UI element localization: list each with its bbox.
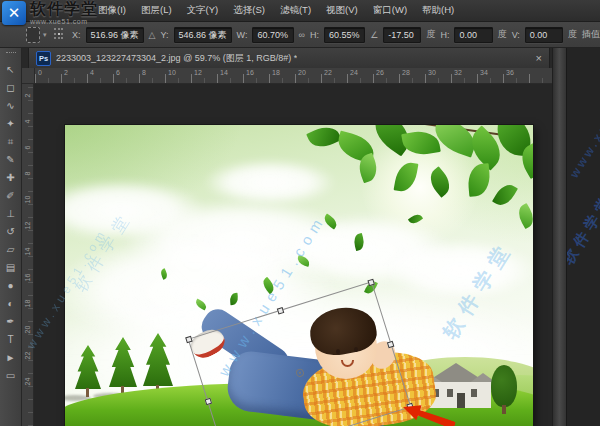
ruler-number: 26 bbox=[373, 68, 399, 76]
leaf bbox=[514, 203, 533, 229]
horizontal-ruler: 024681012141618202224262830323436 bbox=[22, 68, 552, 84]
leaf bbox=[492, 181, 518, 210]
tool-history-brush[interactable]: ↺ bbox=[2, 224, 20, 239]
ruler-number: 22 bbox=[22, 352, 33, 378]
ruler-number: 36 bbox=[503, 68, 529, 76]
tool-path-selection[interactable]: ► bbox=[2, 350, 20, 365]
tool-dodge[interactable]: ◐ bbox=[2, 296, 20, 311]
ruler-number: 8 bbox=[22, 170, 33, 196]
vskew-input[interactable]: 0.00 bbox=[525, 27, 563, 43]
ruler-corner[interactable] bbox=[22, 68, 35, 83]
hskew-input[interactable]: 0.00 bbox=[454, 27, 492, 43]
ruler-number: 12 bbox=[22, 222, 33, 248]
tool-shape[interactable]: ▭ bbox=[2, 368, 20, 383]
height-input[interactable]: 60.55% bbox=[324, 27, 365, 43]
panel-grip[interactable] bbox=[6, 52, 16, 56]
vskew-unit: 度 bbox=[568, 28, 577, 41]
tool-gradient[interactable]: ▤ bbox=[2, 260, 20, 275]
menu-help[interactable]: 帮助(H) bbox=[422, 4, 454, 17]
interpolation-label: 插值 bbox=[582, 28, 600, 41]
ruler-number: 24 bbox=[347, 68, 373, 76]
ruler-number: 16 bbox=[243, 68, 269, 76]
tool-marquee[interactable]: ◻ bbox=[2, 80, 20, 95]
vertical-ruler: 24681012141618202224 bbox=[22, 84, 34, 426]
height-label: H: bbox=[310, 30, 319, 40]
house-door bbox=[457, 393, 465, 408]
document-tab-bar: Ps 2233003_123227473304_2.jpg @ 59.7% (图… bbox=[22, 48, 600, 69]
house-tree bbox=[491, 365, 517, 407]
ruler-number: 20 bbox=[295, 68, 321, 76]
vskew-label: V: bbox=[512, 30, 520, 40]
ruler-number: 12 bbox=[191, 68, 217, 76]
tool-eyedropper[interactable]: ✎ bbox=[2, 152, 20, 167]
relative-position-icon[interactable]: △ bbox=[149, 30, 156, 40]
vertical-scrollbar[interactable] bbox=[552, 48, 567, 426]
menu-type[interactable]: 文字(Y) bbox=[187, 4, 219, 17]
y-label: Y: bbox=[161, 30, 169, 40]
tool-lasso[interactable]: ∿ bbox=[2, 98, 20, 113]
ps-file-icon: Ps bbox=[36, 51, 51, 66]
menu-layer[interactable]: 图层(L) bbox=[141, 4, 172, 17]
tool-crop[interactable]: ⌗ bbox=[2, 134, 20, 149]
tool-blur[interactable]: ● bbox=[2, 278, 20, 293]
y-input[interactable]: 546.86 像素 bbox=[174, 27, 232, 43]
tool-eraser[interactable]: ▱ bbox=[2, 242, 20, 257]
hskew-label: H: bbox=[440, 30, 449, 40]
close-icon[interactable]: × bbox=[530, 53, 542, 64]
ruler-number: 10 bbox=[165, 68, 191, 76]
tool-clone-stamp[interactable]: ⊥ bbox=[2, 206, 20, 221]
menu-view[interactable]: 视图(V) bbox=[326, 4, 358, 17]
menu-image[interactable]: 图像(I) bbox=[98, 4, 126, 17]
tree bbox=[75, 345, 101, 401]
leaf bbox=[306, 125, 342, 152]
width-input[interactable]: 60.70% bbox=[252, 27, 293, 43]
tool-move[interactable]: ↖ bbox=[2, 62, 20, 77]
photoshop-window: 图像(I)图层(L)文字(Y)选择(S)滤镜(T)视图(V)窗口(W)帮助(H)… bbox=[0, 0, 600, 426]
hskew-unit: 度 bbox=[498, 28, 507, 41]
site-url: www.xue51.com bbox=[30, 18, 98, 25]
tool-quick-selection[interactable]: ✦ bbox=[2, 116, 20, 131]
site-logo-icon: ✕ bbox=[2, 1, 26, 25]
menu-filter[interactable]: 滤镜(T) bbox=[280, 4, 311, 17]
ruler-number: 10 bbox=[22, 196, 33, 222]
menu-select[interactable]: 选择(S) bbox=[233, 4, 265, 17]
site-name: 软件学堂 bbox=[30, 1, 98, 17]
document-image[interactable]: www.xue51.com 软件学堂 软件学堂 bbox=[65, 125, 533, 426]
rotation-input[interactable]: -17.50 bbox=[383, 27, 421, 43]
ruler-number: 28 bbox=[399, 68, 425, 76]
tool-type[interactable]: T bbox=[2, 332, 20, 347]
transform-handle-n[interactable] bbox=[276, 307, 284, 315]
x-input[interactable]: 516.96 像素 bbox=[86, 27, 144, 43]
ruler-number: 30 bbox=[425, 68, 451, 76]
rotate-angle-icon: ∠ bbox=[370, 30, 378, 40]
reference-point-locator[interactable] bbox=[54, 28, 64, 41]
tree bbox=[109, 337, 137, 399]
document-title: 2233003_123227473304_2.jpg @ 59.7% (图层 1… bbox=[56, 52, 297, 65]
link-dimensions-icon[interactable]: ∞ bbox=[299, 30, 305, 40]
ruler-number: 4 bbox=[87, 68, 113, 76]
document-tab[interactable]: Ps 2233003_123227473304_2.jpg @ 59.7% (图… bbox=[28, 48, 550, 68]
ruler-number: 2 bbox=[22, 92, 33, 118]
chevron-down-icon[interactable]: ▾ bbox=[43, 31, 47, 39]
right-panel-edge: 软件学堂 www.xue51.com bbox=[566, 48, 600, 426]
ruler-number: 32 bbox=[451, 68, 477, 76]
transform-handle-nw[interactable] bbox=[185, 336, 193, 344]
ruler-number: 14 bbox=[22, 248, 33, 274]
site-logo: ✕ 软件学堂 www.xue51.com bbox=[2, 1, 98, 25]
options-bar: ▾ X: 516.96 像素 △ Y: 546.86 像素 W: 60.70% … bbox=[0, 22, 600, 48]
x-label: X: bbox=[72, 30, 81, 40]
ruler-number: 14 bbox=[217, 68, 243, 76]
tool-spot-healing-brush[interactable]: ✚ bbox=[2, 170, 20, 185]
ruler-number: 20 bbox=[22, 326, 33, 352]
ruler-number: 4 bbox=[22, 118, 33, 144]
ruler-number: 6 bbox=[22, 144, 33, 170]
tool-brush[interactable]: ✐ bbox=[2, 188, 20, 203]
menu-window[interactable]: 窗口(W) bbox=[373, 4, 407, 17]
canvas-area[interactable]: 24681012141618202224 www.xue51.com bbox=[22, 84, 552, 426]
transform-handle-w[interactable] bbox=[205, 398, 213, 406]
rotation-unit: 度 bbox=[426, 28, 435, 41]
tool-pen[interactable]: ✒ bbox=[2, 314, 20, 329]
cloud bbox=[205, 160, 335, 205]
transform-center-point[interactable] bbox=[294, 368, 304, 378]
tool-preset-icon[interactable] bbox=[26, 27, 40, 43]
